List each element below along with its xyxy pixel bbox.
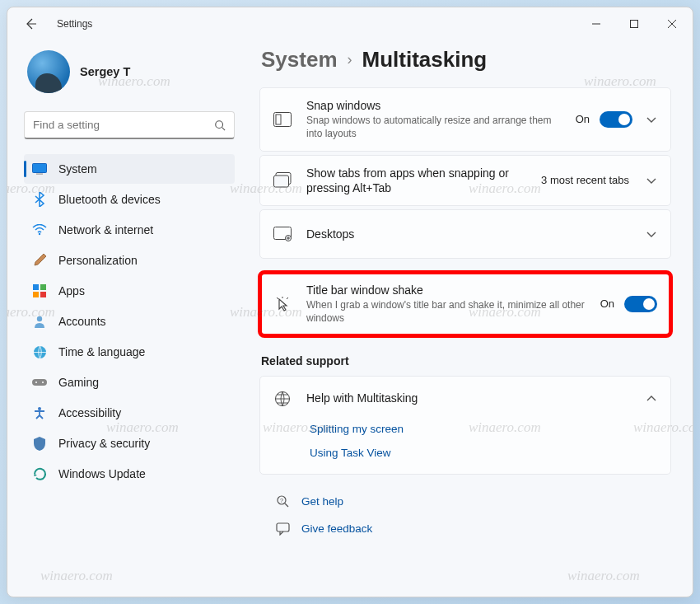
svg-text:?: ?: [280, 497, 283, 503]
system-icon: [32, 162, 47, 176]
titlebar: Settings: [7, 7, 693, 40]
wifi-icon: [32, 222, 47, 237]
footer-links: ? Get help Give feedback: [259, 478, 671, 536]
sidebar-item-label: Privacy & security: [58, 437, 150, 450]
search-icon: [214, 119, 226, 131]
sidebar-item-label: Apps: [58, 284, 85, 297]
card-title: Snap windows: [306, 98, 561, 113]
svg-point-14: [38, 407, 41, 410]
svg-rect-24: [277, 523, 289, 531]
sidebar-item-label: Network & internet: [58, 223, 153, 236]
svg-rect-0: [631, 21, 638, 28]
update-icon: [32, 466, 47, 481]
svg-rect-11: [32, 379, 47, 386]
svg-rect-8: [40, 292, 46, 297]
sidebar-item-personalization[interactable]: Personalization: [24, 246, 235, 275]
link-label: Give feedback: [301, 522, 372, 535]
link-label: Get help: [301, 495, 343, 508]
back-button[interactable]: [19, 12, 42, 35]
sidebar-item-label: Gaming: [58, 376, 99, 389]
sidebar-item-update[interactable]: Windows Update: [24, 459, 235, 489]
sidebar-item-accessibility[interactable]: Accessibility: [24, 398, 235, 428]
desktops-icon: [273, 225, 292, 243]
brush-icon: [32, 253, 47, 268]
feedback-icon: [276, 522, 290, 536]
svg-point-1: [216, 120, 223, 128]
close-button[interactable]: [653, 10, 691, 38]
help-header[interactable]: Help with Multitasking: [260, 377, 670, 421]
chevron-down-icon[interactable]: [646, 228, 657, 240]
person-icon: [32, 314, 47, 329]
chevron-up-icon[interactable]: [646, 393, 657, 405]
svg-rect-7: [33, 292, 39, 297]
search-input[interactable]: [33, 119, 214, 131]
maximize-button[interactable]: [615, 10, 653, 38]
desktops-card[interactable]: Desktops: [259, 209, 671, 259]
support-link[interactable]: Splitting my screen: [310, 423, 670, 435]
card-desc: Snap windows to automatically resize and…: [306, 114, 561, 140]
svg-rect-6: [40, 284, 46, 290]
globe-help-icon: [273, 390, 292, 408]
toggle-state: On: [576, 113, 590, 125]
title-bar-shake-card[interactable]: Title bar window shake When I grab a win…: [259, 272, 671, 336]
accessibility-icon: [32, 405, 47, 420]
sidebar-item-label: Accessibility: [58, 406, 121, 419]
snap-windows-card[interactable]: Snap windows Snap windows to automatical…: [259, 87, 671, 152]
cursor-shake-icon: [273, 295, 292, 313]
sidebar-item-time[interactable]: Time & language: [24, 337, 235, 367]
get-help-link[interactable]: ? Get help: [276, 494, 671, 508]
sidebar: Sergey T System Bluetooth & devices Netw…: [7, 40, 246, 597]
help-icon: ?: [276, 494, 290, 508]
toggle-state: On: [600, 297, 614, 310]
chevron-right-icon: ›: [348, 51, 352, 68]
support-link[interactable]: Using Task View: [310, 447, 670, 459]
sidebar-item-accounts[interactable]: Accounts: [24, 307, 235, 336]
card-title: Title bar window shake: [306, 283, 586, 297]
tabs-dropdown[interactable]: 3 most recent tabs: [541, 174, 632, 186]
alt-tab-card[interactable]: Show tabs from apps when snapping or pre…: [259, 155, 671, 206]
snap-icon: [273, 110, 292, 129]
give-feedback-link[interactable]: Give feedback: [276, 522, 671, 536]
sidebar-item-label: Accounts: [58, 315, 106, 328]
minimize-button[interactable]: [577, 10, 615, 38]
avatar: [27, 50, 70, 93]
sidebar-item-label: Windows Update: [58, 467, 146, 480]
page-title: Multitasking: [362, 47, 488, 73]
nav-list: System Bluetooth & devices Network & int…: [24, 154, 235, 489]
tabs-icon: [273, 171, 292, 190]
svg-point-4: [39, 233, 40, 235]
related-support-label: Related support: [261, 354, 671, 368]
svg-rect-16: [276, 115, 281, 124]
sidebar-item-label: Personalization: [58, 254, 138, 267]
svg-rect-5: [33, 284, 39, 290]
shake-toggle[interactable]: [624, 296, 657, 312]
content-area: System › Multitasking Snap windows Snap …: [246, 40, 693, 597]
apps-icon: [32, 283, 47, 298]
window-title: Settings: [57, 18, 92, 30]
sidebar-item-apps[interactable]: Apps: [24, 276, 235, 306]
sidebar-item-system[interactable]: System: [24, 154, 235, 184]
breadcrumb: System › Multitasking: [259, 47, 671, 73]
clock-globe-icon: [32, 344, 47, 359]
search-box[interactable]: [24, 111, 235, 139]
card-desc: When I grab a window's title bar and sha…: [306, 298, 586, 325]
snap-toggle[interactable]: [600, 111, 632, 128]
svg-rect-2: [33, 164, 47, 173]
svg-point-12: [35, 382, 37, 383]
sidebar-item-label: Time & language: [58, 345, 145, 358]
card-title: Help with Multitasking: [306, 391, 628, 405]
chevron-down-icon[interactable]: [646, 114, 657, 125]
profile-block[interactable]: Sergey T: [24, 45, 235, 108]
sidebar-item-privacy[interactable]: Privacy & security: [24, 428, 235, 458]
svg-point-9: [37, 316, 42, 321]
sidebar-item-bluetooth[interactable]: Bluetooth & devices: [24, 185, 235, 214]
sidebar-item-network[interactable]: Network & internet: [24, 215, 235, 245]
help-card: Help with Multitasking Splitting my scre…: [259, 376, 671, 475]
shield-icon: [32, 436, 47, 451]
svg-point-13: [42, 382, 44, 383]
sidebar-item-gaming[interactable]: Gaming: [24, 368, 235, 397]
card-title: Desktops: [306, 227, 628, 241]
breadcrumb-parent[interactable]: System: [261, 47, 338, 73]
sidebar-item-label: Bluetooth & devices: [58, 193, 161, 206]
chevron-down-icon[interactable]: [646, 175, 657, 186]
